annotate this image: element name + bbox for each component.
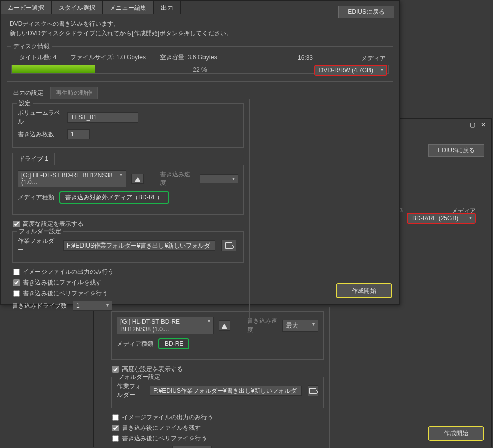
- media-type-value: 書き込み対象外メディア（BD-RE）: [60, 192, 168, 203]
- eject-button[interactable]: [131, 174, 144, 184]
- browse-folder-button[interactable]: [221, 240, 236, 251]
- media-select-highlight: BD-R/RE (25GB): [407, 213, 476, 224]
- window-dvd: ムービー選択 スタイル選択 メニュー編集 出力 EDIUSに戻る DVDディスク…: [0, 0, 400, 305]
- media-label: メディア: [361, 54, 386, 63]
- write-speed-select[interactable]: 最大: [282, 320, 318, 332]
- progress-bar-wrap: 22 % DVD-R/RW (4.7GB): [11, 65, 389, 74]
- subtab-output-settings[interactable]: 出力の設定: [8, 87, 49, 99]
- write-count-input[interactable]: [67, 129, 90, 139]
- subtab-playback[interactable]: 再生時の動作: [50, 87, 98, 99]
- work-folder-input[interactable]: [63, 240, 215, 251]
- eject-icon: [135, 177, 140, 181]
- advanced-checkbox[interactable]: [112, 366, 119, 373]
- media-select[interactable]: BD-R/RE (25GB): [408, 214, 475, 223]
- minimize-icon[interactable]: —: [457, 121, 465, 128]
- window-controls: — ▢ ✕: [457, 121, 487, 128]
- back-to-edius-button[interactable]: EDIUSに戻る: [428, 144, 484, 157]
- tab-movie[interactable]: ムービー選択: [1, 1, 52, 14]
- folder-settings-fieldset: フォルダー設定 作業フォルダー: [12, 231, 244, 263]
- settings-legend: 設定: [17, 99, 33, 108]
- folder-settings-legend: フォルダー設定: [116, 373, 162, 381]
- file-size: ファイルサイズ: 1.0 Gbytes: [70, 53, 146, 62]
- disk-info-fieldset: ディスク情報 タイトル数: 4 ファイルサイズ: 1.0 Gbytes 空き容量…: [7, 46, 393, 82]
- media-type-value: BD-RE: [159, 339, 188, 348]
- start-button[interactable]: 作成開始: [429, 427, 483, 440]
- browse-folder-button[interactable]: [308, 385, 318, 396]
- write-count-label: 書き込み枚数: [18, 130, 61, 139]
- keep-file-label: 書き込み後にファイルを残す: [23, 278, 102, 287]
- work-folder-label: 作業フォルダー: [18, 237, 57, 254]
- work-folder-input[interactable]: [150, 386, 302, 396]
- eject-button[interactable]: [219, 320, 230, 331]
- disk-info-legend: ディスク情報: [11, 42, 52, 51]
- time-label: 16:33: [298, 54, 313, 61]
- output-settings-panel: 設定 ボリュームラベル 書き込み枚数 ドライブ 1 [G:] HL-DT-ST …: [7, 99, 250, 320]
- keep-file-checkbox[interactable]: [112, 425, 119, 431]
- media-type-highlight: BD-RE: [158, 338, 189, 349]
- write-drive-count-select[interactable]: 1: [172, 446, 212, 448]
- drive-panel: [G:] HL-DT-ST BD-RE BH12NS38 (1.0… 書き込み速…: [12, 165, 244, 215]
- write-speed-label: 書き込み速度: [247, 317, 277, 334]
- write-drive-count-label: 書き込みドライブ数: [12, 302, 67, 310]
- keep-file-label: 書き込み後にファイルを残す: [122, 424, 201, 432]
- folder-icon: [225, 242, 232, 249]
- volume-label-input[interactable]: [67, 112, 138, 123]
- image-only-label: イメージファイルの出力のみ行う: [122, 413, 213, 422]
- write-speed-select[interactable]: [200, 174, 238, 183]
- media-select[interactable]: DVD-R/RW (4.7GB): [315, 66, 386, 75]
- back-to-edius-button[interactable]: EDIUSに戻る: [338, 6, 394, 18]
- description-line2: 新しいDVDディスクをドライブに入れてから[作成開始]ボタンを押してください。: [10, 29, 390, 38]
- drive-select[interactable]: [G:] HL-DT-ST BD-RE BH12NS38 (1.0…: [18, 170, 126, 187]
- work-folder-label: 作業フォルダー: [117, 382, 144, 399]
- tab-menu[interactable]: メニュー編集: [103, 1, 154, 14]
- advanced-checkbox[interactable]: [13, 221, 20, 227]
- image-only-checkbox[interactable]: [112, 414, 119, 421]
- titles-count: タイトル数: 4: [19, 53, 56, 62]
- folder-settings-fieldset: フォルダー設定 作業フォルダー: [111, 377, 324, 408]
- write-drive-count-select[interactable]: 1: [73, 301, 112, 311]
- folder-icon: [309, 388, 316, 394]
- verify-label: 書き込み後にベリファイを行う: [23, 289, 108, 298]
- media-select-highlight: DVD-R/RW (4.7GB): [314, 65, 387, 76]
- description: DVDディスクへの書き込みを行います。 新しいDVDディスクをドライブに入れてか…: [1, 14, 399, 42]
- drive-tab-1[interactable]: ドライブ 1: [12, 153, 55, 165]
- verify-checkbox[interactable]: [13, 290, 20, 297]
- maximize-icon[interactable]: ▢: [468, 121, 476, 128]
- media-type-highlight: 書き込み対象外メディア（BD-RE）: [59, 191, 169, 204]
- free-space: 空き容量: 3.6 Gbytes: [160, 53, 217, 62]
- close-icon[interactable]: ✕: [479, 121, 487, 128]
- description-line1: DVDディスクへの書き込みを行います。: [10, 19, 390, 29]
- write-speed-label: 書き込み速度: [160, 170, 195, 187]
- tab-style[interactable]: スタイル選択: [52, 1, 103, 14]
- progress-text: 22 %: [193, 66, 207, 73]
- verify-label: 書き込み後にベリファイを行う: [122, 434, 207, 443]
- verify-checkbox[interactable]: [112, 435, 119, 442]
- progress-bar-fill: [12, 65, 95, 73]
- start-button[interactable]: 作成開始: [337, 284, 391, 297]
- volume-label-label: ボリュームラベル: [18, 109, 61, 126]
- media-type-label: メディア種類: [117, 340, 153, 348]
- image-only-checkbox[interactable]: [13, 269, 20, 275]
- keep-file-checkbox[interactable]: [13, 279, 20, 286]
- start-button-highlight: 作成開始: [336, 283, 392, 298]
- tab-output[interactable]: 出力: [154, 1, 181, 14]
- folder-settings-legend: フォルダー設定: [17, 227, 63, 236]
- start-button-highlight: 作成開始: [428, 426, 484, 441]
- media-type-label: メディア種類: [18, 193, 54, 202]
- settings-fieldset: 設定 ボリュームラベル 書き込み枚数: [12, 103, 244, 148]
- image-only-label: イメージファイルの出力のみ行う: [23, 268, 114, 276]
- sub-tabstrip: 出力の設定 再生時の動作: [8, 87, 399, 99]
- eject-icon: [222, 324, 227, 328]
